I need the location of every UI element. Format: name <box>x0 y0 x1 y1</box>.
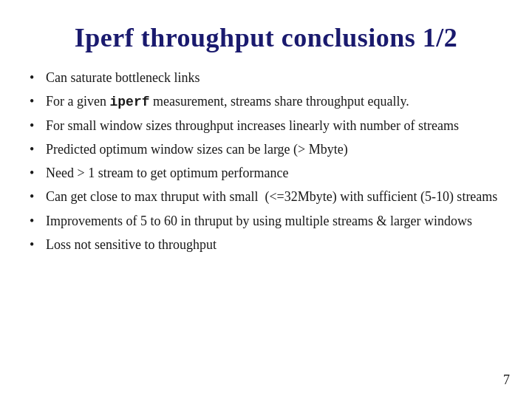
bullet-text: Can saturate bottleneck links <box>46 70 200 85</box>
page-number: 7 <box>503 372 510 388</box>
bullet-text: Improvements of 5 to 60 in thruput by us… <box>46 214 472 228</box>
bullet-text: Predicted optimum window sizes can be la… <box>46 142 348 157</box>
list-item: For a given iperf measurement, streams s… <box>30 92 502 112</box>
list-item: Predicted optimum window sizes can be la… <box>30 140 502 159</box>
list-item: For small window sizes throughput increa… <box>30 116 502 135</box>
list-item: Need > 1 stream to get optimum performan… <box>30 163 502 183</box>
list-item: Can get close to max thruput with small … <box>30 187 502 206</box>
list-item: Can saturate bottleneck links <box>30 68 502 87</box>
bullet-text: Can get close to max thruput with small … <box>46 189 497 204</box>
code-iperf: iperf <box>109 95 149 109</box>
bullet-text: For a given iperf measurement, streams s… <box>46 94 409 109</box>
bullet-text: Need > 1 stream to get optimum performan… <box>46 166 289 180</box>
list-item: Improvements of 5 to 60 in thruput by us… <box>30 211 502 231</box>
bullet-text: Loss not sensitive to throughput <box>46 237 216 252</box>
slide-title: Iperf throughput conclusions 1/2 <box>30 15 502 53</box>
slide: Iperf throughput conclusions 1/2 Can sat… <box>0 0 532 399</box>
bullet-text: For small window sizes throughput increa… <box>46 118 459 133</box>
bullet-list: Can saturate bottleneck links For a give… <box>30 68 502 377</box>
list-item: Loss not sensitive to throughput <box>30 235 502 254</box>
